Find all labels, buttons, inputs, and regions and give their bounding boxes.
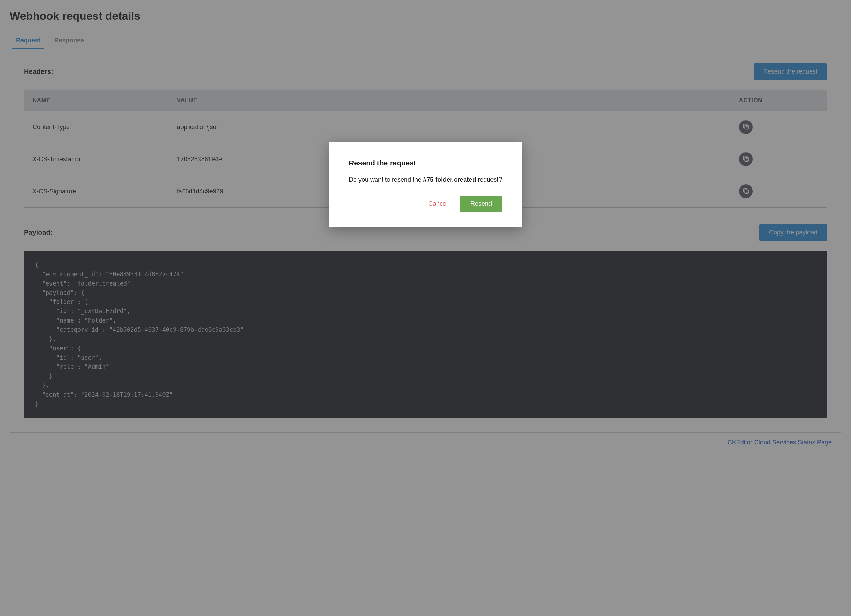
cancel-button[interactable]: Cancel: [428, 200, 448, 207]
resend-confirm-button[interactable]: Resend: [460, 196, 502, 212]
modal-title: Resend the request: [349, 159, 502, 167]
modal-body-suffix: request?: [476, 176, 502, 183]
modal-body-bold: #75 folder.created: [423, 176, 476, 183]
modal-overlay[interactable]: Resend the request Do you want to resend…: [0, 0, 851, 453]
resend-modal: Resend the request Do you want to resend…: [329, 142, 522, 227]
modal-body: Do you want to resend the #75 folder.cre…: [349, 176, 502, 183]
modal-body-prefix: Do you want to resend the: [349, 176, 423, 183]
